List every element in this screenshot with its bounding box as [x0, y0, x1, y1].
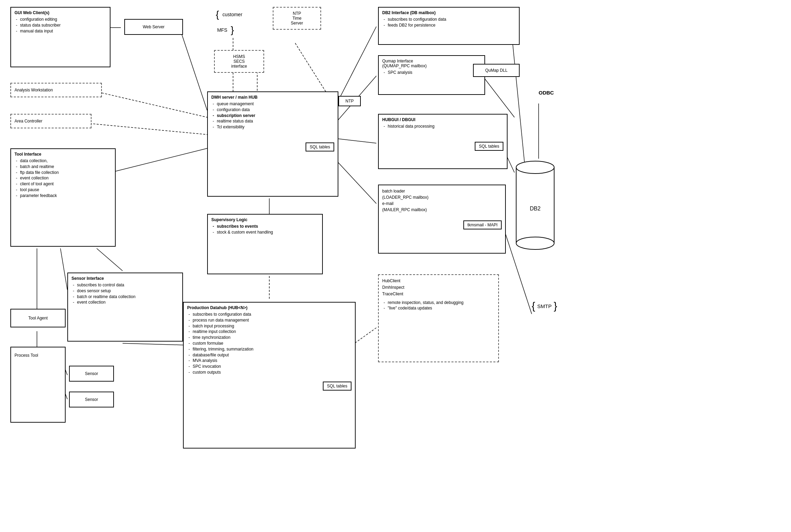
list-item: stock & custom event handling	[211, 229, 319, 235]
svg-line-21	[352, 328, 376, 345]
list-item: SPC analysis	[382, 70, 481, 76]
list-item: process run data management	[187, 317, 351, 323]
sensor2-box: Sensor	[69, 392, 114, 407]
customer-mfs-label: { customer MFS }	[216, 7, 242, 38]
list-item: queue management	[211, 101, 334, 107]
list-item: tool pause	[15, 187, 112, 193]
hsms-secs-box: HSMSSECSinterface	[214, 50, 264, 73]
qumap-interface-box: Qumap Interface(QUMAP_RPC mailbox) SPC a…	[378, 55, 485, 95]
analysis-workstation-label: Analysis Workstation	[15, 88, 53, 92]
list-item: realtime input collection	[187, 329, 351, 335]
list-item: custom formulae	[187, 341, 351, 346]
supervisory-logic-box: Supervisory Logic subscribes to events s…	[207, 214, 323, 274]
list-item: batch input processing	[187, 323, 351, 329]
svg-point-29	[516, 237, 554, 249]
list-item: data collection,	[15, 158, 112, 164]
hubgui-list: historical data processing	[382, 124, 503, 129]
list-item: subscription server	[211, 113, 334, 119]
ntp-label-box: NTP	[338, 96, 361, 106]
list-item: remote inspection, status, and debugging	[382, 300, 495, 306]
list-item: configuration data	[211, 107, 334, 113]
list-item: does sensor setup	[71, 288, 179, 294]
list-item: parameter feedback	[15, 193, 112, 199]
tool-interface-title: Tool Interface	[15, 152, 112, 157]
svg-rect-27	[516, 167, 554, 243]
batch-loader-box: batch loader (LOADER_RPC mailbox) e-mail…	[378, 185, 506, 254]
svg-line-5	[98, 92, 207, 117]
tool-agent-box: Tool Agent	[10, 309, 66, 327]
qumap-interface-list: SPC analysis	[382, 70, 481, 76]
gui-web-client-title: GUI Web Client(s)	[15, 10, 106, 15]
db2-interface-title: DB2 Interface (DB mailbox)	[382, 10, 515, 15]
list-item: database/file output	[187, 352, 351, 358]
analysis-workstation-box: Analysis Workstation	[10, 83, 102, 97]
area-controller-box: Area Controller	[10, 114, 91, 128]
sensor-interface-title: Sensor Interface	[71, 276, 179, 281]
dmh-server-box: DMH server / main HUB queue management c…	[207, 91, 338, 197]
sensor-interface-list: subscribes to control data does sensor s…	[71, 282, 179, 305]
svg-line-1	[180, 28, 207, 110]
process-tool-label: Process Tool	[15, 353, 38, 358]
list-item: SPC invocation	[187, 364, 351, 370]
qumap-interface-title: Qumap Interface(QUMAP_RPC mailbox)	[382, 59, 481, 68]
svg-point-28	[516, 161, 554, 174]
svg-line-15	[480, 72, 514, 117]
svg-text:DB2: DB2	[530, 206, 540, 211]
supervisory-logic-title: Supervisory Logic	[211, 217, 319, 222]
list-item: custom outputs	[187, 370, 351, 375]
web-server-box: Web Server	[124, 19, 183, 35]
list-item: batch or realtime data collection	[71, 294, 179, 300]
tool-agent-label: Tool Agent	[28, 316, 48, 321]
db2-cylinder-svg: DB2	[514, 157, 556, 254]
list-item: manual data input	[15, 28, 106, 34]
production-datahub-list: subscribes to configuration data process…	[187, 312, 351, 375]
batch-loader-title: batch loader (LOADER_RPC mailbox) e-mail…	[382, 188, 502, 213]
sensor-interface-box: Sensor Interface subscribes to control d…	[67, 273, 183, 342]
list-item: MVA analysis	[187, 358, 351, 364]
diagram: GUI Web Client(s) configuration editing …	[0, 0, 791, 532]
list-item: realtime status data	[211, 118, 334, 124]
sensor2-label: Sensor	[85, 397, 98, 402]
list-item: client of tool agent	[15, 181, 112, 187]
sensor1-label: Sensor	[85, 371, 98, 376]
sensor1-box: Sensor	[69, 366, 114, 382]
list-item: "live" code/data updates	[382, 305, 495, 311]
hubgui-box: HUBGUI / DBGUI historical data processin…	[378, 114, 508, 169]
ntp-time-server-box: NTPTimeServer	[273, 7, 321, 30]
qumap-dll-box: QuMap DLL	[473, 64, 520, 77]
tool-interface-box: Tool Interface data collection, batch an…	[10, 148, 116, 247]
svg-line-26	[97, 248, 123, 271]
area-controller-label: Area Controller	[15, 119, 42, 124]
svg-line-8	[60, 248, 67, 290]
qumap-dll-label: QuMap DLL	[485, 68, 508, 73]
list-item: status data subscriber	[15, 22, 106, 28]
dmh-sql-tables: SQL tables	[306, 142, 334, 151]
supervisory-logic-list: subscribes to events stock & custom even…	[211, 224, 319, 235]
list-item: subscribes to configuration data	[187, 312, 351, 317]
list-item: configuration editing	[15, 17, 106, 22]
dmh-server-list: queue management configuration data subs…	[211, 101, 334, 130]
svg-line-6	[86, 123, 207, 135]
list-item: subscribes to configuration data	[382, 17, 515, 22]
list-item: feeds DB2 for persistence	[382, 22, 515, 28]
svg-line-7	[110, 148, 207, 173]
hubgui-sql-tables: SQL tables	[475, 142, 503, 151]
hubclient-title: HubClientDmhInspectTraceClient	[382, 278, 495, 298]
production-datahub-title: Production Datahub (HUB<N>)	[187, 305, 351, 310]
list-item: subscribes to events	[211, 224, 319, 229]
db2-cylinder: DB2	[514, 157, 556, 254]
odbc-label: ODBC	[539, 90, 554, 96]
tool-interface-list: data collection, batch and realtime ftp …	[15, 158, 112, 199]
dmh-server-title: DMH server / main HUB	[211, 95, 334, 100]
list-item: subscribes to control data	[71, 282, 179, 288]
svg-line-20	[123, 343, 183, 345]
production-datahub-box: Production Datahub (HUB<N>) subscribes t…	[183, 302, 356, 449]
list-item: filtering, trimming, summarization	[187, 346, 351, 352]
hsms-secs-label: HSMSSECSinterface	[231, 54, 247, 69]
tkmsmail-label: tkmsmail - MAPI	[463, 220, 502, 229]
datahub-sql-tables: SQL tables	[323, 382, 351, 391]
list-item: event collection	[15, 175, 112, 181]
ntp-time-server-label: NTPTimeServer	[291, 11, 303, 26]
process-tool-box: Process Tool	[10, 347, 66, 423]
ntp-label: NTP	[346, 99, 354, 104]
